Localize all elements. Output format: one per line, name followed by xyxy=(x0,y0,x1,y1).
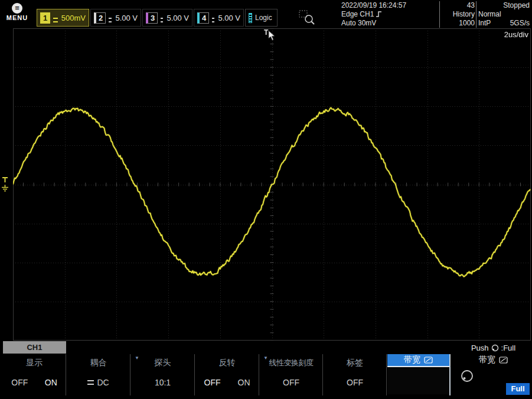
acquisition-mode: Normal xyxy=(478,10,530,19)
menu-item-label: 耦合 xyxy=(67,358,130,368)
channel-2-indicator[interactable]: 2 5.00 V xyxy=(90,9,141,27)
channel-menu-tab[interactable]: CH1 xyxy=(3,341,66,354)
option-on: ON xyxy=(238,378,250,387)
magnifier-icon xyxy=(298,9,316,26)
rising-edge-icon xyxy=(376,11,382,18)
menu-item-coupling[interactable]: 耦合 DC xyxy=(67,354,130,395)
bandwidth-filter-icon xyxy=(499,357,508,364)
probe-ratio-value: 10:1 xyxy=(155,378,171,387)
zoom-search-button[interactable] xyxy=(298,9,316,26)
menu-item-label: 探头 xyxy=(131,358,194,368)
option-off: OFF xyxy=(204,378,221,387)
coupling-icon xyxy=(161,18,163,22)
timebase-readout: 2us/div xyxy=(504,30,528,39)
divider xyxy=(476,1,476,28)
trigger-type: Edge CH1 xyxy=(341,10,439,19)
logic-indicator[interactable]: Logic xyxy=(245,9,278,27)
menu-button[interactable]: ≡ MENU xyxy=(4,2,31,26)
channel-2-number: 2 xyxy=(94,12,106,24)
ch1-ground-marker xyxy=(1,185,9,192)
channel-1-indicator[interactable]: 1 500mV xyxy=(37,9,89,27)
coupling-icon xyxy=(212,18,214,22)
linear-scale-value: OFF xyxy=(283,378,299,387)
channel-1-number: 1 xyxy=(40,12,50,24)
channel-4-indicator[interactable]: 4 5.00 V xyxy=(194,9,244,27)
menu-label: MENU xyxy=(4,14,31,21)
bandwidth-filter-icon xyxy=(424,357,433,364)
push-label: Push xyxy=(471,344,489,352)
menu-item-label: 线性变换刻度 xyxy=(260,358,322,368)
run-status: Stopped xyxy=(478,1,530,10)
acquisition-count: 43 xyxy=(442,1,475,10)
menu-item-label: 带宽 xyxy=(404,355,420,365)
bandwidth-param-label: 带宽 xyxy=(455,355,532,365)
menu-item-display[interactable]: 显示 OFF ON xyxy=(3,354,66,395)
logic-icon xyxy=(249,13,252,23)
menu-item-invert[interactable]: 反转 OFF ON xyxy=(195,354,259,395)
history-label: History xyxy=(442,10,475,19)
interp-mode: IntP xyxy=(478,19,491,28)
bandwidth-header: 带宽 xyxy=(387,354,449,367)
push-hint: Push :Full xyxy=(455,344,532,352)
trigger-level-marker xyxy=(1,176,9,183)
channel-3-scale: 5.00 V xyxy=(167,14,189,22)
rotary-knob-icon[interactable] xyxy=(461,369,474,382)
menu-item-label: 标签 xyxy=(324,358,386,368)
bandwidth-dropdown-panel xyxy=(387,367,449,394)
push-value: :Full xyxy=(501,344,516,352)
menu-item-label: 显示 xyxy=(3,358,66,368)
waveform-canvas xyxy=(13,28,531,341)
knob-icon-small xyxy=(491,344,499,352)
label-value: OFF xyxy=(347,378,363,387)
menu-item-linear-scale[interactable]: ▼ 线性变换刻度 OFF xyxy=(260,354,323,395)
channel-3-number: 3 xyxy=(146,12,158,24)
sample-rate-row: IntP 5GS/s xyxy=(478,19,530,28)
trigger-mode: Auto 30mV xyxy=(341,19,439,28)
logic-label: Logic xyxy=(255,14,272,22)
option-on: ON xyxy=(45,378,57,387)
hamburger-menu-icon: ≡ xyxy=(12,3,22,14)
oscilloscope-screen: ≡ MENU 1 500mV 2 5.00 V 3 5.00 V 4 5.00 … xyxy=(0,0,532,399)
menu-item-bandwidth[interactable]: 带宽 xyxy=(387,354,451,395)
coupling-value: DC xyxy=(97,378,109,387)
channel-4-number: 4 xyxy=(197,12,209,24)
mouse-cursor xyxy=(267,30,275,41)
dc-coupling-icon xyxy=(87,380,94,385)
coupling-icon xyxy=(53,18,58,22)
channel-3-indicator[interactable]: 3 5.00 V xyxy=(142,9,192,27)
knob-side-panel: Push :Full 带宽 Full xyxy=(455,341,532,399)
divider xyxy=(439,1,440,28)
status-readout: 2022/09/19 16:24:57 Edge CH1 Auto 30mV 4… xyxy=(340,1,531,28)
dropdown-arrow-icon: ▼ xyxy=(263,355,268,361)
datetime: 2022/09/19 16:24:57 xyxy=(341,1,439,10)
bandwidth-value-badge: Full xyxy=(506,383,530,395)
soft-menu-bar: CH1 显示 OFF ON 耦合 DC ▼ 探头 10:1 反转 xyxy=(0,341,532,399)
channel-2-scale: 5.00 V xyxy=(115,14,138,22)
channel-4-scale: 5.00 V xyxy=(218,14,240,22)
dropdown-arrow-icon: ▼ xyxy=(135,355,139,361)
history-value: 1000 xyxy=(442,19,475,28)
option-off: OFF xyxy=(11,378,28,387)
top-bar: ≡ MENU 1 500mV 2 5.00 V 3 5.00 V 4 5.00 … xyxy=(0,0,532,28)
menu-item-label-setting[interactable]: 标签 OFF xyxy=(324,354,387,395)
coupling-icon xyxy=(109,18,112,22)
channel-1-scale: 500mV xyxy=(61,14,86,22)
menu-item-probe[interactable]: ▼ 探头 10:1 xyxy=(131,354,195,395)
menu-item-label: 反转 xyxy=(195,358,259,368)
sample-rate: 5GS/s xyxy=(510,19,530,28)
